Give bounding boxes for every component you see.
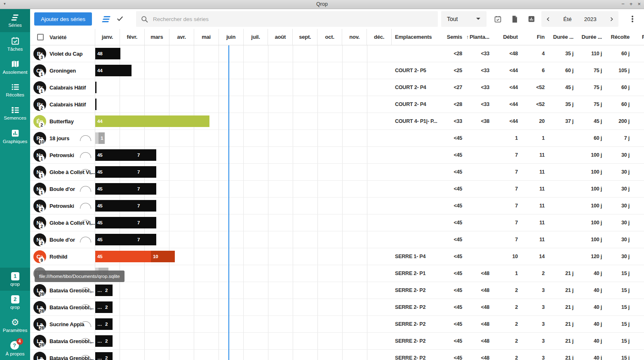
kebab-menu-icon[interactable] <box>629 14 636 24</box>
column-header-month[interactable]: avr. <box>169 29 194 45</box>
column-header-month[interactable]: déc. <box>367 29 392 45</box>
minimize-button[interactable]: − <box>621 1 625 7</box>
timeline-cell[interactable]: 48 <box>95 45 392 62</box>
timeline-bar[interactable]: 45 <box>95 217 135 228</box>
timeline-cell[interactable]: 457 <box>95 214 392 231</box>
column-header-month[interactable]: mars <box>145 29 169 45</box>
column-header-plantation[interactable]: ↑Planta... <box>465 34 492 40</box>
notes-file-icon[interactable] <box>511 15 518 23</box>
sidebar-item-parametres[interactable]: ⚙ Paramètres <box>0 314 30 337</box>
timeline-cell[interactable]: 4510 <box>95 248 392 265</box>
column-header-debut[interactable]: Début <box>492 34 520 40</box>
table-row[interactable]: Br 1 Calabrais Hâtif COURT 2- P4 <27 <33… <box>30 79 644 96</box>
sidebar-item-apropos[interactable]: ? 4 À propos <box>0 337 30 360</box>
column-header-month[interactable]: août <box>268 29 293 45</box>
timeline-cell[interactable]: 1 <box>95 130 392 146</box>
timeline-cell[interactable]: 457 <box>95 231 392 248</box>
timeline-cell[interactable]: 457 <box>95 181 392 197</box>
year-label[interactable]: 2023 <box>584 16 597 22</box>
table-row[interactable]: La 28 Batavia Grenobl... …2 SERRE 2- P2 … <box>30 299 644 316</box>
sidebar-item-database-1[interactable]: 1 qrop <box>0 268 30 291</box>
timeline-bar[interactable]: 2 <box>103 318 113 330</box>
table-row[interactable]: Br 2 Calabrais Hâtif COURT 2- P4 <28 <33… <box>30 96 644 113</box>
column-header-emplacements[interactable]: Emplacements <box>392 34 445 40</box>
timeline-bar[interactable] <box>95 99 96 110</box>
table-row[interactable]: Br 3 Violet du Cap 48 <28 <33 <48 4 35 j… <box>30 45 644 62</box>
timeline-cell[interactable]: …2 <box>95 333 392 349</box>
check-icon[interactable] <box>116 14 124 23</box>
column-header-month[interactable]: nov. <box>342 29 367 45</box>
timeline-bar[interactable]: 7 <box>135 200 156 212</box>
column-header-month[interactable]: juin <box>219 29 244 45</box>
timeline-bar[interactable]: 7 <box>135 166 156 178</box>
select-all-checkbox[interactable] <box>37 34 44 40</box>
table-row[interactable]: Ra 10 18 jours 1 <45 1 1 60 j 7 j <box>30 130 644 147</box>
column-header-duree-2[interactable]: Durée ... <box>576 34 604 40</box>
timeline-bar[interactable]: 7 <box>135 217 156 228</box>
sidebar-item-assolement[interactable]: Assolement <box>0 55 30 78</box>
table-row[interactable]: La 28 Sucrine Appia …2 SERRE 2- P2 <45 <… <box>30 316 644 333</box>
column-header-variety[interactable]: Variété <box>49 34 66 40</box>
timeline-bar[interactable]: 48 <box>95 48 120 59</box>
timeline-cell[interactable]: 44 <box>95 62 392 79</box>
timeline-cell[interactable]: 1 <box>95 265 392 282</box>
timeline-cell[interactable]: …2 <box>95 350 392 360</box>
table-row[interactable]: Na 1 Globe à Collet Vi... 457 <45 7 11 1… <box>30 164 644 181</box>
column-header-duree-1[interactable]: Durée ... <box>547 34 576 40</box>
timeline-cell[interactable]: 457 <box>95 198 392 214</box>
column-header-month[interactable]: juil. <box>244 29 268 45</box>
timeline-bar[interactable]: 2 <box>103 285 113 296</box>
column-header-semis[interactable]: Semis <box>445 34 465 40</box>
calendar-check-icon[interactable] <box>494 15 502 23</box>
column-header-month[interactable]: mai <box>194 29 219 45</box>
timeline-bar[interactable]: … <box>95 352 103 360</box>
timeline-bar[interactable]: … <box>95 335 103 347</box>
timeline-bar[interactable]: … <box>95 301 103 313</box>
close-button[interactable]: × <box>637 1 641 7</box>
table-row[interactable]: Na 2 Globe à Collet Vi... 457 <45 7 11 1… <box>30 214 644 231</box>
table-row[interactable]: Ch 1 Groningen 44 COURT 2- P5 <25 <33 <4… <box>30 62 644 79</box>
timeline-cell[interactable]: 44 <box>95 113 392 129</box>
column-header-month[interactable]: janv. <box>95 29 120 45</box>
timeline-cell[interactable] <box>95 96 392 113</box>
season-label[interactable]: Été <box>563 16 571 22</box>
timeline-bar[interactable]: 7 <box>135 234 156 245</box>
chart-panel-icon[interactable] <box>528 15 535 23</box>
sidebar-item-semences[interactable]: Semences <box>0 101 30 125</box>
timeline-cell[interactable]: 457 <box>95 164 392 180</box>
timeline-bar[interactable]: … <box>95 318 103 330</box>
timeline-bar[interactable]: … <box>95 285 103 296</box>
table-row[interactable]: La 28 Batavia Grenobl... …2 SERRE 2- P2 … <box>30 282 644 299</box>
table-row[interactable]: Na 1 Petrowski 457 <45 7 11 100 j 30 j <box>30 147 644 164</box>
timeline-bar[interactable]: 1 <box>99 132 105 144</box>
timeline-bar[interactable]: 7 <box>135 183 156 195</box>
timeline-bar[interactable]: 45 <box>95 149 135 161</box>
table-row[interactable]: Na 2 Boule d'or 457 <45 7 11 100 j 30 j <box>30 231 644 248</box>
timeline-bar[interactable]: 10 <box>151 251 175 262</box>
timeline-cell[interactable]: 457 <box>95 147 392 163</box>
table-row[interactable]: La 28 Batavia Grenobl... …2 SERRE 2- P2 … <box>30 350 644 360</box>
column-header-month[interactable]: févr. <box>120 29 145 45</box>
table-row[interactable]: Na 2 Petrowski 457 <45 7 11 100 j 30 j <box>30 198 644 214</box>
sidebar-item-database-2[interactable]: 2 qrop <box>0 291 30 314</box>
sidebar-item-graphiques[interactable]: Graphiques <box>0 125 30 148</box>
timeline-bar[interactable]: 2 <box>103 352 113 360</box>
table-row[interactable]: Na 1 Boule d'or 457 <45 7 11 100 j 30 j <box>30 181 644 198</box>
table-row[interactable]: La 28 Batavia Grenobl... …2 SERRE 2- P2 … <box>30 333 644 350</box>
timeline-bar[interactable]: 45 <box>95 251 151 262</box>
timeline-cell[interactable]: …2 <box>95 299 392 315</box>
column-header-month[interactable]: sept. <box>293 29 317 45</box>
column-header-month[interactable]: oct. <box>317 29 342 45</box>
sort-lines-icon[interactable] <box>101 16 110 24</box>
chevron-right-icon[interactable] <box>609 16 614 22</box>
timeline-bar[interactable]: 45 <box>95 166 135 178</box>
timeline-cell[interactable]: …2 <box>95 282 392 299</box>
table-row[interactable]: Ca 9 Rothild 4510 SERRE 1- P4 <45 10 14 … <box>30 248 644 265</box>
maximize-button[interactable]: + <box>630 1 633 7</box>
add-series-button[interactable]: Ajouter des séries <box>34 12 92 26</box>
chevron-left-icon[interactable] <box>545 16 551 22</box>
filter-dropdown[interactable]: Tout <box>441 11 487 27</box>
timeline-cell[interactable] <box>95 79 392 96</box>
timeline-bar[interactable] <box>95 82 96 93</box>
timeline-bar[interactable]: 45 <box>95 183 135 195</box>
